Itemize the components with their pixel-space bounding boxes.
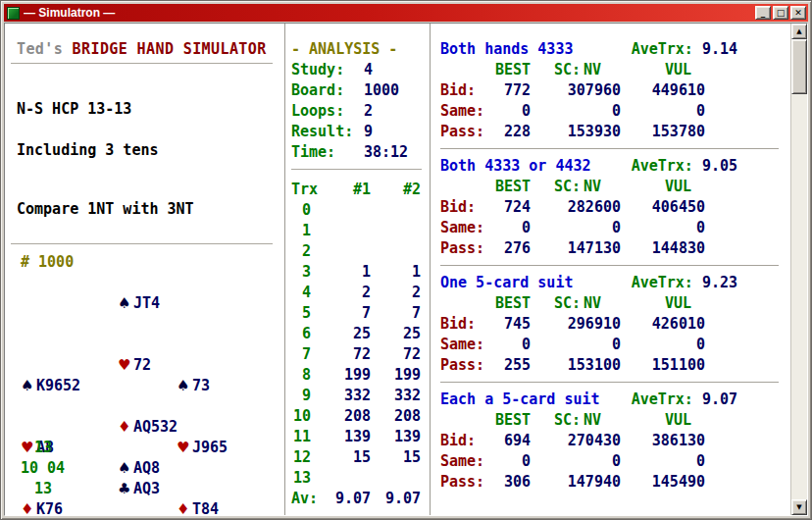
vertical-scrollbar[interactable]: ▲ ▼ <box>790 24 807 515</box>
col-nv: NV <box>584 60 601 80</box>
trx-value-2: 2 <box>371 283 421 303</box>
row-label: Pass: <box>440 355 491 376</box>
row-label: Same: <box>440 101 491 122</box>
pass-best: 255 <box>491 355 531 376</box>
bid-vul: 406450 <box>621 197 705 218</box>
trx-row: 0 <box>291 200 430 221</box>
avetrx-value: 9.07 <box>702 390 737 410</box>
avetrx-label: AveTrx: <box>632 39 693 60</box>
trx-value-1 <box>311 221 371 241</box>
trx-count: 7 <box>291 344 311 365</box>
pass-nv: 153930 <box>531 122 621 142</box>
diamond-icon: ♦ <box>21 499 36 515</box>
avetrx: AveTrx: 9.14 <box>632 39 779 60</box>
trx-value-2 <box>371 200 421 221</box>
south-spades-line: ♠AQ8 <box>118 458 224 479</box>
app-window: — Simulatron — _ □ ✕ Ted's BRIDGE HAND S… <box>0 0 812 520</box>
scroll-up-button[interactable]: ▲ <box>791 24 807 39</box>
west-diamonds-line: ♦K76 <box>21 499 127 515</box>
bid-best: 745 <box>491 314 531 335</box>
app-title-main: BRIDGE HAND SIMULATOR <box>73 40 267 58</box>
main-content: Ted's BRIDGE HAND SIMULATOR N-S HCP 13-1… <box>5 24 790 515</box>
stat-value: 2 <box>364 101 430 122</box>
trx-header: Trx #1 #2 <box>291 180 430 200</box>
deal-divider <box>11 243 273 244</box>
trx-value-2 <box>371 241 421 262</box>
minimize-button[interactable]: _ <box>755 6 771 20</box>
trx-value-1: 208 <box>311 406 371 427</box>
trx-count: 11 <box>291 427 311 447</box>
same-best: 0 <box>491 335 531 355</box>
bid-nv: 270430 <box>531 431 621 451</box>
board-number: # 1000 <box>21 252 74 273</box>
stat-label: Result: <box>291 122 364 142</box>
header-spacer <box>440 293 491 314</box>
bid-nv: 296910 <box>531 314 621 335</box>
bid-vul: 449610 <box>621 80 705 101</box>
section-title-row: One 5-card suit AveTrx: 9.23 <box>440 273 779 293</box>
avetrx: AveTrx: 9.07 <box>632 390 779 410</box>
col-sc: SC: <box>554 60 581 80</box>
east-spades-line: ♠73 <box>177 376 282 396</box>
trx-value-1 <box>311 468 371 489</box>
stat-label: Time: <box>291 142 364 163</box>
section-title: Both 4333 or 4432 <box>440 156 591 177</box>
close-button[interactable]: ✕ <box>790 6 806 20</box>
section-title-row: Each a 5-card suit AveTrx: 9.07 <box>440 390 779 410</box>
col-best: BEST <box>491 410 531 431</box>
trx-count: 13 <box>291 468 311 489</box>
pass-row: Pass: 228 153930 153780 <box>440 122 779 142</box>
scrollbar-thumb[interactable] <box>791 39 807 94</box>
col-nv: NV <box>584 177 601 197</box>
avetrx-label: AveTrx: <box>632 273 693 293</box>
trx-value-1: 332 <box>311 386 371 406</box>
same-row: Same: 0 0 0 <box>440 218 779 238</box>
scrollbar-track[interactable] <box>791 39 807 499</box>
west-spades: K9652 <box>36 377 80 394</box>
same-nv: 0 <box>531 218 621 238</box>
trx-count: 5 <box>291 303 311 324</box>
col-sc-nv: SC: NV <box>531 177 621 197</box>
trx-col-2: #2 <box>371 180 421 200</box>
trx-count: 4 <box>291 283 311 303</box>
trx-value-2: 139 <box>371 427 421 447</box>
avetrx-value: 9.05 <box>702 156 737 177</box>
same-nv: 0 <box>531 101 621 122</box>
same-best: 0 <box>491 451 531 472</box>
client-area: Ted's BRIDGE HAND SIMULATOR N-S HCP 13-1… <box>4 23 808 516</box>
trx-row: 2 <box>291 241 430 262</box>
bid-nv: 307960 <box>531 80 621 101</box>
arrow-up-icon: ▲ <box>796 28 801 35</box>
app-title-prefix: Ted's <box>17 40 73 58</box>
west-diamonds: K76 <box>36 500 63 515</box>
maximize-button[interactable]: □ <box>773 6 788 20</box>
pass-vul: 153780 <box>621 122 705 142</box>
stat-row: Result: 9 <box>291 122 430 142</box>
avetrx-value: 9.23 <box>702 273 737 293</box>
section-title-row: Both 4333 or 4432 AveTrx: 9.05 <box>440 156 779 177</box>
same-best: 0 <box>491 101 531 122</box>
row-label: Same: <box>440 451 491 472</box>
header-spacer <box>440 410 491 431</box>
trx-value-1: 25 <box>311 324 371 344</box>
stat-row: Study: 4 <box>291 60 430 80</box>
trx-value-2: 208 <box>371 406 421 427</box>
trx-row: 1 <box>291 221 430 241</box>
north-hearts: 72 <box>133 356 151 374</box>
title-bar[interactable]: — Simulatron — _ □ ✕ <box>4 4 808 22</box>
pass-row: Pass: 306 147940 145490 <box>440 472 779 493</box>
same-vul: 0 <box>621 218 705 238</box>
average-value-2: 9.07 <box>371 489 421 509</box>
scroll-down-button[interactable]: ▼ <box>791 499 807 515</box>
trx-row: 8 199 199 <box>291 365 430 386</box>
stat-value: 9 <box>364 122 430 142</box>
avetrx-value: 9.14 <box>702 39 737 60</box>
spade-icon: ♠ <box>177 376 192 396</box>
trx-count: 2 <box>291 241 311 262</box>
bid-best: 772 <box>491 80 531 101</box>
window-title: — Simulatron — <box>24 4 755 22</box>
trx-row: 12 15 15 <box>291 447 430 468</box>
result-header: BEST SC: NV VUL <box>440 410 779 431</box>
trx-row: 6 25 25 <box>291 324 430 344</box>
trx-value-2: 15 <box>371 447 421 468</box>
